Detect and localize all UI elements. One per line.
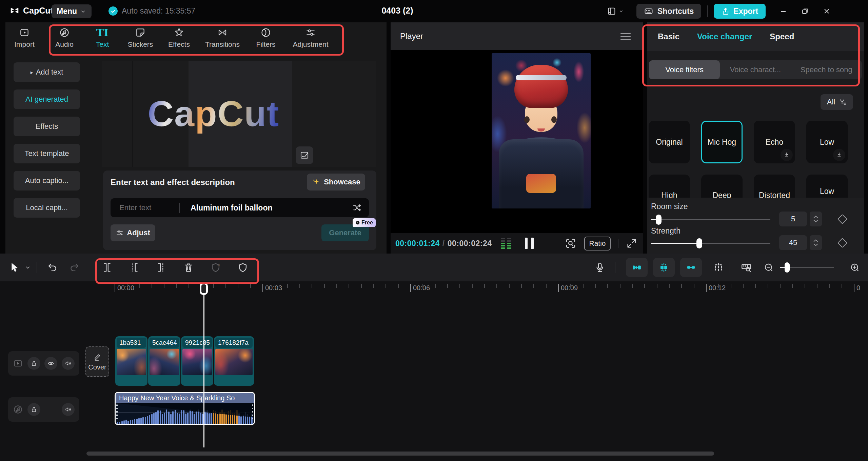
pause-button[interactable] — [525, 238, 534, 249]
delete-right-button[interactable] — [152, 258, 171, 277]
sidebar-item-effects[interactable]: Effects — [14, 117, 80, 136]
zoom-out-button[interactable] — [759, 258, 778, 277]
ruler-tick — [583, 284, 584, 288]
ruler-tick — [152, 284, 152, 288]
adjust-button[interactable]: Adjust — [111, 224, 155, 241]
undo-button[interactable] — [42, 258, 62, 277]
video-clip-3[interactable]: 9921c85 — [181, 336, 213, 386]
video-clip-1[interactable]: 1ba531 — [115, 336, 147, 386]
tab-transitions[interactable]: Transitions — [204, 27, 241, 48]
cover-button[interactable]: Cover — [85, 346, 109, 377]
room-size-slider-handle[interactable] — [656, 215, 662, 225]
ruler-tick — [743, 284, 744, 288]
lock-track-button[interactable] — [27, 357, 40, 370]
sidebar-item-local-captions[interactable]: Local capti... — [14, 198, 80, 218]
timeline-scale-button[interactable] — [736, 258, 756, 277]
close-button[interactable] — [823, 7, 831, 15]
tab-audio[interactable]: Audio — [46, 27, 83, 48]
playhead-handle[interactable] — [200, 283, 208, 295]
select-tool-button[interactable] — [5, 258, 24, 277]
subtab-speech-to-song[interactable]: Speech to song — [791, 60, 862, 79]
link-toggle[interactable] — [680, 258, 702, 277]
audio-clip[interactable]: Happy New Year Voice & Sparkling So — [115, 392, 255, 425]
trim-handle-right[interactable] — [252, 404, 253, 421]
subtab-voice-characters[interactable]: Voice charact... — [720, 60, 791, 79]
chevron-down-icon[interactable] — [24, 264, 31, 271]
preview-quality-icon[interactable] — [565, 237, 577, 249]
room-size-slider[interactable] — [651, 219, 770, 220]
shuffle-icon[interactable] — [352, 203, 362, 213]
player-menu-icon[interactable] — [620, 33, 631, 40]
strength-stepper[interactable] — [810, 235, 822, 250]
export-button[interactable]: Export — [714, 4, 766, 19]
restore-button[interactable] — [801, 7, 809, 15]
tab-filters[interactable]: Filters — [247, 27, 284, 48]
lock-track-button[interactable] — [27, 403, 40, 416]
timeline-zoom-slider[interactable] — [780, 267, 834, 268]
timeline-horizontal-scrollbar[interactable] — [86, 452, 714, 456]
sidebar-item-auto-captions[interactable]: Auto captio... — [14, 171, 80, 191]
fullscreen-icon[interactable] — [626, 238, 637, 249]
split-view-button[interactable] — [709, 258, 728, 277]
auto-attract-toggle[interactable] — [626, 258, 648, 277]
room-size-keyframe-icon[interactable] — [837, 214, 848, 224]
shortcuts-button[interactable]: Shortcuts — [636, 4, 701, 19]
preview-axis-toggle[interactable] — [653, 258, 675, 277]
tab-basic[interactable]: Basic — [658, 32, 679, 41]
mute-track-button[interactable] — [62, 403, 75, 416]
audio-level-meter-icon[interactable] — [501, 238, 511, 249]
properties-tabs: Basic Voice changer Speed — [647, 22, 864, 51]
playhead-line[interactable] — [203, 283, 204, 447]
voice-filter-echo[interactable]: Echo — [754, 121, 795, 163]
workspace-layout-button[interactable] — [607, 6, 624, 16]
menu-button[interactable]: Menu — [52, 4, 92, 18]
room-size-stepper[interactable] — [810, 212, 822, 226]
tab-voice-changer[interactable]: Voice changer — [697, 32, 752, 41]
tab-effects[interactable]: Effects — [160, 27, 198, 48]
edit-preview-button[interactable] — [296, 146, 313, 164]
tab-adjustment[interactable]: Adjustment — [292, 27, 329, 48]
strength-value[interactable]: 45 — [779, 235, 807, 250]
video-clip-4[interactable]: 176182f7a — [214, 336, 254, 386]
delete-button[interactable] — [179, 258, 198, 277]
timeline-zoom-handle[interactable] — [785, 262, 790, 273]
tab-text[interactable]: TI Text — [84, 27, 121, 48]
delete-left-button[interactable] — [124, 258, 144, 277]
speaker-icon — [64, 406, 72, 413]
mask-button[interactable] — [233, 258, 253, 277]
ratio-button[interactable]: Ratio — [584, 237, 611, 250]
mute-track-button[interactable] — [62, 357, 75, 370]
redo-button[interactable] — [65, 258, 84, 277]
subtab-voice-filters[interactable]: Voice filters — [649, 60, 720, 79]
effect-description-input[interactable]: Enter text Aluminum foil balloon — [111, 198, 369, 217]
showcase-button[interactable]: Showcase — [307, 174, 365, 191]
trim-handle-left[interactable] — [116, 404, 118, 421]
voice-filter-mic-hog[interactable]: Mic Hog — [701, 121, 743, 163]
video-clip-2[interactable]: 5cae464 — [148, 336, 180, 386]
filter-all-button[interactable]: All — [821, 94, 853, 110]
room-size-value[interactable]: 5 — [779, 212, 807, 226]
hide-track-button[interactable] — [44, 357, 57, 370]
strength-keyframe-icon[interactable] — [837, 238, 848, 248]
zoom-in-button[interactable] — [845, 258, 865, 277]
tab-speed[interactable]: Speed — [770, 32, 794, 41]
minimize-button[interactable] — [779, 7, 787, 15]
tab-import[interactable]: Import — [6, 27, 43, 48]
sidebar-item-text-template[interactable]: Text template — [14, 144, 80, 163]
voice-filter-original[interactable]: Original — [649, 121, 690, 163]
ruler-tick — [250, 284, 251, 288]
clip-thumbnail — [182, 349, 212, 375]
tab-stickers[interactable]: Stickers — [122, 27, 159, 48]
strength-slider-handle[interactable] — [696, 238, 702, 248]
layout-icon — [607, 6, 616, 16]
voice-filter-low[interactable]: Low — [806, 121, 848, 163]
sidebar-item-ai-generated[interactable]: AI generated — [14, 89, 80, 109]
timeline-ruler[interactable]: 00:0000:0300:0600:0900:120 — [0, 281, 868, 297]
voice-filter-label: Mic Hog — [708, 138, 736, 147]
record-voiceover-button[interactable] — [590, 258, 610, 277]
strength-slider[interactable] — [651, 243, 770, 244]
ruler-tick — [349, 284, 349, 288]
smart-tools-button[interactable]: AI — [206, 258, 225, 277]
split-button[interactable] — [97, 258, 117, 277]
sidebar-item-add-text[interactable]: ▸ Add text — [14, 62, 80, 82]
